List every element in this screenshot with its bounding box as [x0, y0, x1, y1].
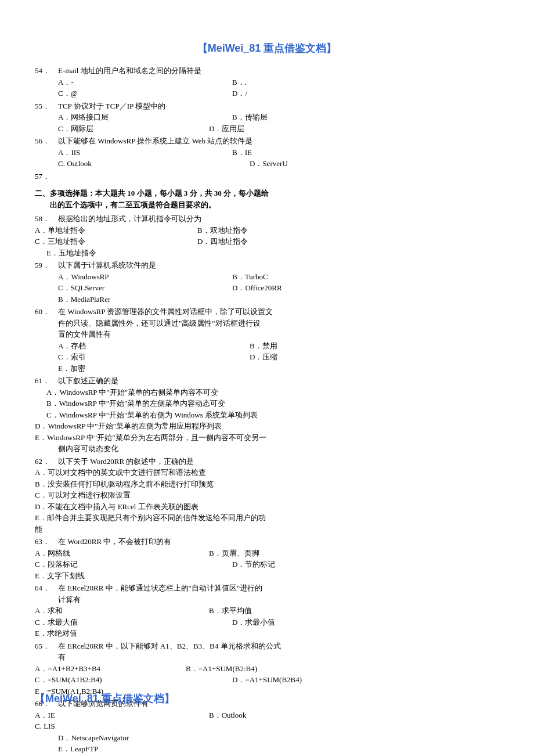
opt-c: C．@ [58, 88, 232, 99]
q-text-cont: 件的只读、隐藏属性外，还可以通过"高级属性"对话框进行设 [35, 318, 337, 329]
opt-b: B．TurboC [232, 271, 337, 283]
question-55: 55． TCP 协议对于 TCP／IP 模型中的 A．网络接口层B．传输层 C．… [35, 100, 337, 135]
opt-e: B．MediaPlaRer [35, 294, 337, 305]
opt-d: D．应用层 [209, 123, 244, 135]
opt-d: D．WindowsRP 中"开始"菜单的左侧为常用应用程序列表 [35, 420, 337, 432]
q-text: 在 ERcel20RR 中，以下能够对 A1、B2、B3、B4 单元格求和的公式 [58, 640, 337, 652]
opt-b: B．IE [232, 147, 337, 159]
opt-e: E．五地址指令 [35, 247, 337, 259]
question-56: 56． 以下能够在 WindowsRP 操作系统上建立 Web 站点的软件是 A… [35, 135, 337, 170]
question-64: 64． 在 ERcel20RR 中，能够通过状态栏上的"自动计算值区"进行的 计… [35, 582, 337, 639]
question-60: 60． 在 WindowsRP 资源管理器的文件属性对话框中，除了可以设置文 件… [35, 306, 337, 374]
opt-c: C．SQLServer [58, 282, 232, 294]
q-num: 63． [35, 536, 58, 548]
opt-b: B．求平均值 [209, 605, 252, 617]
opt-d: D．求最小值 [232, 617, 275, 628]
q-text: 在 ERcel20RR 中，能够通过状态栏上的"自动计算值区"进行的 [58, 582, 337, 594]
opt-a: A．单地址指令 [35, 225, 197, 236]
opt-b: B．=A1+SUM(B2:B4) [186, 663, 257, 675]
section-title-line1: 二、多项选择题：本大题共 10 小题，每小题 3 分，共 30 分，每小题给 [35, 188, 313, 199]
opt-d: D．不能在文档中插入与 ERcel 工作表关联的图表 [35, 501, 337, 513]
q-num: 54． [35, 65, 58, 77]
opt-b: B．页眉、页脚 [209, 548, 259, 559]
question-59: 59． 以下属于计算机系统软件的是 A．WindowsRPB．TurboC C．… [35, 260, 337, 305]
opt-e-cont: 能 [35, 524, 337, 535]
q-num: 64． [35, 582, 58, 594]
q-text: TCP 协议对于 TCP／IP 模型中的 [58, 100, 337, 112]
opt-a: A．- [58, 77, 232, 88]
opt-b: B．双地址指令 [197, 225, 248, 236]
opt-a: A．网络接口层 [58, 111, 232, 123]
opt-a: A．网格线 [35, 548, 209, 559]
q-num: 57． [35, 171, 58, 182]
opt-c: C．WindowsRP 中"开始"菜单的右侧为 Windows 系统菜单项列表 [35, 409, 337, 421]
question-54: 54． E-mail 地址的用户名和域名之间的分隔符是 A．-B．. C．@D．… [35, 65, 337, 99]
opt-e: E．WindowsRP 中"开始"菜单分为左右两部分，且一侧内容不可变另一 [35, 432, 337, 444]
opt-e: E．文字下划线 [35, 570, 337, 582]
section-title-line2: 出的五个选项中，有二至五项是符合题目要求的。 [35, 199, 313, 211]
opt-d: D．压缩 [250, 351, 277, 363]
opt-a: A．WindowsRP [58, 271, 232, 283]
opt-a: A．IE [35, 710, 209, 721]
opt-e: E．LeapFTP [35, 743, 337, 755]
q-num: 65． [35, 640, 58, 652]
opt-d: D．Office20RR [232, 282, 337, 294]
q-text: 以下能够在 WindowsRP 操作系统上建立 Web 站点的软件是 [58, 135, 337, 147]
opt-a: A．存档 [58, 340, 250, 352]
opt-c: C．索引 [58, 351, 250, 363]
q-text: 在 Word20RR 中，不会被打印的有 [58, 536, 337, 548]
opt-c: C．=SUM(A1B2:B4) [35, 674, 232, 686]
opt-c: C．三地址指令 [35, 236, 197, 247]
opt-c: C．求最大值 [35, 617, 232, 628]
opt-d: D．NetscapeNavigator [35, 732, 337, 744]
opt-c: C．可以对文档进行权限设置 [35, 489, 337, 501]
q-num: 62． [35, 456, 58, 467]
opt-c: C. Outlook [58, 158, 250, 170]
content-column: 54． E-mail 地址的用户名和域名之间的分隔符是 A．-B．. C．@D．… [35, 65, 337, 755]
opt-b: B．Outlook [209, 710, 246, 721]
question-61: 61． 以下叙述正确的是 A．WindowsRP 中"开始"菜单的右侧菜单内容不… [35, 375, 337, 455]
page-header: 【MeiWei_81 重点借鉴文档】 [35, 41, 499, 56]
question-57: 57． [35, 171, 337, 182]
document-page: 【MeiWei_81 重点借鉴文档】 54． E-mail 地址的用户名和域名之… [0, 0, 534, 756]
q-num: 55． [35, 100, 58, 112]
opt-a: A．可以对文档中的英文或中文进行拼写和语法检查 [35, 467, 337, 478]
opt-d: D．四地址指令 [197, 236, 248, 247]
q-text: 在 WindowsRP 资源管理器的文件属性对话框中，除了可以设置文 [58, 306, 337, 318]
q-text-cont: 有 [35, 651, 337, 663]
q-text-cont: 计算有 [35, 594, 337, 606]
page-footer: 【MeiWei_81 重点借鉴文档】 [35, 691, 175, 707]
opt-e: E．求绝对值 [35, 628, 337, 639]
opt-e: E．邮件合并主要实现把只有个别内容不同的信件发送给不同用户的功 [35, 512, 337, 524]
q-num: 59． [35, 260, 58, 271]
opt-b: B．. [232, 77, 337, 88]
opt-c: C．段落标记 [35, 559, 232, 570]
opt-d: D．=A1+SUM(B2B4) [232, 674, 302, 686]
opt-a: A．求和 [35, 605, 209, 617]
opt-a: A．IIS [58, 147, 232, 159]
opt-b: B．WindowsRP 中"开始"菜单的左侧菜单内容动态可变 [35, 398, 337, 409]
q-text: 以下关于 Word20RR 的叙述中，正确的是 [58, 456, 337, 467]
q-text: 根据给出的地址形式，计算机指令可以分为 [58, 213, 337, 225]
question-66: 66． 以下能够浏览网页的软件有 A．IEB．Outlook C. LIS D．… [35, 698, 337, 755]
q-text: 以下叙述正确的是 [58, 375, 337, 387]
opt-a: A．=A1+B2+B3+B4 [35, 663, 186, 675]
q-text: E-mail 地址的用户名和域名之间的分隔符是 [58, 65, 337, 77]
q-num: 58． [35, 213, 58, 225]
opt-c: C．网际层 [58, 123, 209, 135]
question-62: 62． 以下关于 Word20RR 的叙述中，正确的是 A．可以对文档中的英文或… [35, 456, 337, 535]
opt-b: B．没安装任何打印机驱动程序之前不能进行打印预览 [35, 478, 337, 490]
question-58: 58． 根据给出的地址形式，计算机指令可以分为 A．单地址指令B．双地址指令 C… [35, 213, 337, 258]
q-num: 61． [35, 375, 58, 387]
section-2-title: 二、多项选择题：本大题共 10 小题，每小题 3 分，共 30 分，每小题给 出… [35, 188, 313, 210]
opt-d: D．/ [232, 88, 337, 99]
q-num: 56． [35, 135, 58, 147]
opt-e: E．加密 [35, 363, 337, 375]
opt-a: A．WindowsRP 中"开始"菜单的右侧菜单内容不可变 [35, 387, 337, 398]
q-text-cont: 置的文件属性有 [35, 329, 337, 340]
question-65: 65． 在 ERcel20RR 中，以下能够对 A1、B2、B3、B4 单元格求… [35, 640, 337, 697]
opt-d: D．节的标记 [232, 559, 275, 570]
q-num: 60． [35, 306, 58, 318]
q-text: 以下属于计算机系统软件的是 [58, 260, 337, 271]
opt-c: C. LIS [35, 721, 337, 732]
